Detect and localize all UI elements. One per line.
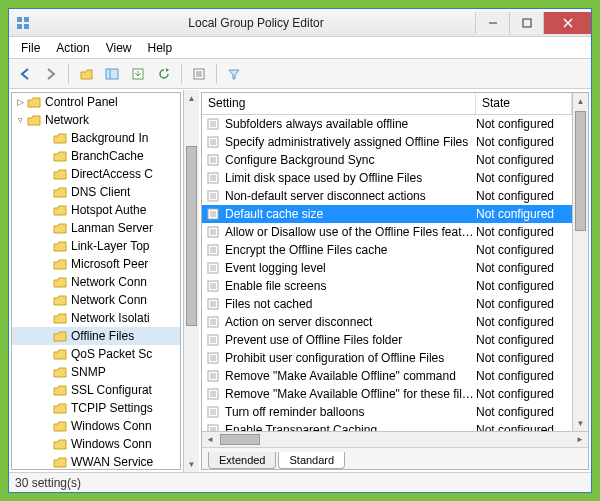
folder-icon [52,149,68,163]
minimize-button[interactable] [475,12,509,34]
tree-item[interactable]: QoS Packet Sc [12,345,180,363]
folder-icon [52,185,68,199]
menu-action[interactable]: Action [48,38,97,58]
setting-icon [206,369,222,383]
setting-icon [206,387,222,401]
tree-body[interactable]: ▷Control Panel▿NetworkBackground InBranc… [12,93,180,469]
tree-item[interactable]: Windows Conn [12,435,180,453]
scroll-track[interactable] [573,109,588,415]
setting-row[interactable]: Turn off reminder balloonsNot configured [202,403,572,421]
show-hide-tree-button[interactable] [100,62,124,86]
scroll-up-icon[interactable]: ▲ [184,90,199,106]
forward-button[interactable] [39,62,63,86]
list-hscrollbar[interactable]: ◄ ► [202,431,588,447]
setting-state: Not configured [476,333,572,347]
folder-icon [52,167,68,181]
tree-item[interactable]: Network Conn [12,291,180,309]
export-list-button[interactable] [126,62,150,86]
tree-item[interactable]: TCPIP Settings [12,399,180,417]
scroll-track[interactable] [184,106,199,456]
tab-extended[interactable]: Extended [208,452,276,469]
setting-row[interactable]: Limit disk space used by Offline FilesNo… [202,169,572,187]
tree-item[interactable]: DNS Client [12,183,180,201]
refresh-button[interactable] [152,62,176,86]
tree-scrollbar[interactable]: ▲ ▼ [183,90,199,472]
scroll-thumb[interactable] [575,111,586,231]
setting-row[interactable]: Specify administratively assigned Offlin… [202,133,572,151]
setting-row[interactable]: Files not cachedNot configured [202,295,572,313]
tree-item[interactable]: Lanman Server [12,219,180,237]
back-button[interactable] [13,62,37,86]
setting-state: Not configured [476,261,572,275]
setting-row[interactable]: Allow or Disallow use of the Offline Fil… [202,223,572,241]
setting-name: Files not cached [225,297,476,311]
tree-item[interactable]: ▿Network [12,111,180,129]
setting-icon [206,135,222,149]
tab-standard[interactable]: Standard [278,452,345,469]
setting-row[interactable]: Enable file screensNot configured [202,277,572,295]
tree-item[interactable]: SNMP [12,363,180,381]
hscroll-thumb[interactable] [220,434,260,445]
menu-help[interactable]: Help [140,38,181,58]
tree-item[interactable]: Link-Layer Top [12,237,180,255]
column-state[interactable]: State [476,93,572,114]
maximize-button[interactable] [509,12,543,34]
tree-item[interactable]: WWAN Service [12,453,180,469]
column-setting[interactable]: Setting [202,93,476,114]
tree-item[interactable]: Network Isolati [12,309,180,327]
setting-row[interactable]: Prevent use of Offline Files folderNot c… [202,331,572,349]
setting-row[interactable]: Remove "Make Available Offline" for thes… [202,385,572,403]
tree-label: QoS Packet Sc [71,347,152,361]
list-body[interactable]: Subfolders always available offlineNot c… [202,115,572,431]
menu-file[interactable]: File [13,38,48,58]
menu-view[interactable]: View [98,38,140,58]
svg-rect-0 [17,17,22,22]
setting-row[interactable]: Non-default server disconnect actionsNot… [202,187,572,205]
setting-row[interactable]: Encrypt the Offline Files cacheNot confi… [202,241,572,259]
tree-label: SSL Configurat [71,383,152,397]
tabs: Extended Standard [202,447,588,469]
tree-item[interactable]: Network Conn [12,273,180,291]
tree-item[interactable]: Offline Files [12,327,180,345]
tree-item[interactable]: ▷Control Panel [12,93,180,111]
setting-row[interactable]: Default cache sizeNot configured [202,205,572,223]
tree-item[interactable]: Windows Conn [12,417,180,435]
tree-item[interactable]: Microsoft Peer [12,255,180,273]
tree-item[interactable]: SSL Configurat [12,381,180,399]
scroll-down-icon[interactable]: ▼ [184,456,199,472]
setting-row[interactable]: Subfolders always available offlineNot c… [202,115,572,133]
folder-icon [52,401,68,415]
setting-icon [206,279,222,293]
tree-label: Network Isolati [71,311,150,325]
tree-label: SNMP [71,365,106,379]
folder-icon [52,203,68,217]
setting-row[interactable]: Action on server disconnectNot configure… [202,313,572,331]
scroll-left-icon[interactable]: ◄ [202,432,218,447]
scroll-down-icon[interactable]: ▼ [573,415,588,431]
setting-name: Prohibit user configuration of Offline F… [225,351,476,365]
list-scrollbar[interactable]: ▲ ▼ [572,93,588,431]
hscroll-track[interactable] [218,432,572,447]
setting-row[interactable]: Configure Background SyncNot configured [202,151,572,169]
setting-row[interactable]: Prohibit user configuration of Offline F… [202,349,572,367]
tree-expander-icon[interactable]: ▷ [14,97,26,107]
setting-row[interactable]: Event logging levelNot configured [202,259,572,277]
svg-rect-5 [523,19,531,27]
scroll-right-icon[interactable]: ► [572,432,588,447]
tree-expander-icon[interactable]: ▿ [14,115,26,125]
tree-item[interactable]: DirectAccess C [12,165,180,183]
scroll-up-icon[interactable]: ▲ [573,93,588,109]
tree-item[interactable]: Background In [12,129,180,147]
setting-row[interactable]: Enable Transparent CachingNot configured [202,421,572,431]
filter-button[interactable] [222,62,246,86]
tree-label: Windows Conn [71,437,152,451]
tree-label: Background In [71,131,148,145]
close-button[interactable] [543,12,591,34]
up-one-level-button[interactable] [74,62,98,86]
tree-item[interactable]: BranchCache [12,147,180,165]
setting-icon [206,243,222,257]
setting-row[interactable]: Remove "Make Available Offline" commandN… [202,367,572,385]
scroll-thumb[interactable] [186,146,197,326]
properties-button[interactable] [187,62,211,86]
tree-item[interactable]: Hotspot Authe [12,201,180,219]
